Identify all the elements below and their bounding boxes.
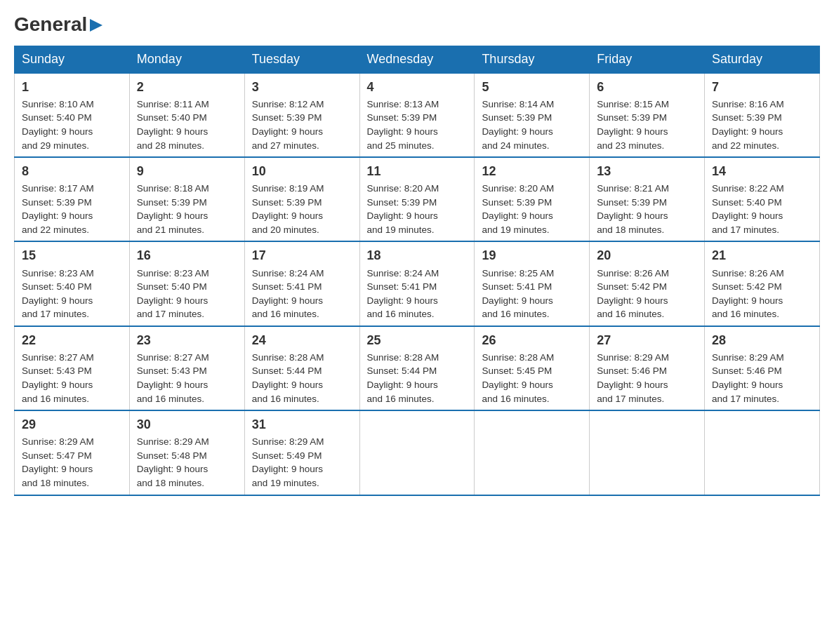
calendar-day-2: 2Sunrise: 8:11 AMSunset: 5:40 PMDaylight…	[129, 73, 244, 157]
calendar-day-16: 16Sunrise: 8:23 AMSunset: 5:40 PMDayligh…	[129, 241, 244, 326]
svg-marker-0	[90, 19, 102, 32]
day-number: 28	[712, 331, 812, 349]
calendar-empty-cell	[359, 410, 475, 495]
day-info: Sunrise: 8:29 AMSunset: 5:46 PMDaylight:…	[712, 352, 784, 404]
day-info: Sunrise: 8:11 AMSunset: 5:40 PMDaylight:…	[137, 99, 209, 151]
day-info: Sunrise: 8:20 AMSunset: 5:39 PMDaylight:…	[482, 183, 554, 235]
day-number: 1	[22, 78, 122, 96]
day-number: 13	[597, 162, 697, 180]
calendar-day-24: 24Sunrise: 8:28 AMSunset: 5:44 PMDayligh…	[244, 326, 359, 410]
calendar-day-20: 20Sunrise: 8:26 AMSunset: 5:42 PMDayligh…	[590, 241, 705, 326]
calendar-day-12: 12Sunrise: 8:20 AMSunset: 5:39 PMDayligh…	[475, 157, 590, 241]
calendar-day-14: 14Sunrise: 8:22 AMSunset: 5:40 PMDayligh…	[705, 157, 820, 241]
calendar-day-7: 7Sunrise: 8:16 AMSunset: 5:39 PMDaylight…	[705, 73, 820, 157]
day-number: 19	[482, 246, 582, 264]
day-info: Sunrise: 8:21 AMSunset: 5:39 PMDaylight:…	[597, 183, 669, 235]
day-number: 24	[252, 331, 352, 349]
day-info: Sunrise: 8:20 AMSunset: 5:39 PMDaylight:…	[367, 183, 439, 235]
day-number: 9	[137, 162, 237, 180]
day-number: 15	[22, 246, 122, 264]
weekday-header-saturday: Saturday	[705, 46, 820, 73]
calendar-day-15: 15Sunrise: 8:23 AMSunset: 5:40 PMDayligh…	[15, 241, 130, 326]
day-info: Sunrise: 8:15 AMSunset: 5:39 PMDaylight:…	[597, 99, 669, 151]
day-info: Sunrise: 8:23 AMSunset: 5:40 PMDaylight:…	[137, 268, 209, 320]
day-number: 3	[252, 78, 352, 96]
day-number: 11	[367, 162, 468, 180]
day-info: Sunrise: 8:28 AMSunset: 5:44 PMDaylight:…	[252, 352, 324, 404]
day-number: 31	[252, 415, 352, 434]
day-info: Sunrise: 8:12 AMSunset: 5:39 PMDaylight:…	[252, 99, 324, 151]
calendar-week-4: 22Sunrise: 8:27 AMSunset: 5:43 PMDayligh…	[15, 326, 820, 410]
weekday-header-sunday: Sunday	[15, 46, 130, 73]
day-info: Sunrise: 8:28 AMSunset: 5:45 PMDaylight:…	[482, 352, 554, 404]
day-number: 22	[22, 331, 122, 349]
calendar-day-6: 6Sunrise: 8:15 AMSunset: 5:39 PMDaylight…	[590, 73, 705, 157]
weekday-header-friday: Friday	[590, 46, 705, 73]
day-info: Sunrise: 8:27 AMSunset: 5:43 PMDaylight:…	[137, 352, 209, 404]
weekday-header-monday: Monday	[129, 46, 244, 73]
logo-arrow-icon	[88, 18, 104, 33]
day-number: 7	[712, 78, 812, 96]
day-number: 18	[367, 246, 468, 264]
calendar-empty-cell	[475, 410, 590, 495]
day-number: 29	[22, 415, 122, 434]
day-info: Sunrise: 8:14 AMSunset: 5:39 PMDaylight:…	[482, 99, 554, 151]
day-number: 10	[252, 162, 352, 180]
day-number: 2	[137, 78, 237, 96]
day-number: 6	[597, 78, 697, 96]
day-info: Sunrise: 8:27 AMSunset: 5:43 PMDaylight:…	[22, 352, 94, 404]
day-info: Sunrise: 8:25 AMSunset: 5:41 PMDaylight:…	[482, 268, 554, 320]
calendar-day-25: 25Sunrise: 8:28 AMSunset: 5:44 PMDayligh…	[359, 326, 475, 410]
calendar-day-5: 5Sunrise: 8:14 AMSunset: 5:39 PMDaylight…	[475, 73, 590, 157]
calendar-day-11: 11Sunrise: 8:20 AMSunset: 5:39 PMDayligh…	[359, 157, 475, 241]
day-number: 21	[712, 246, 812, 264]
weekday-header-wednesday: Wednesday	[359, 46, 475, 73]
calendar-day-8: 8Sunrise: 8:17 AMSunset: 5:39 PMDaylight…	[15, 157, 130, 241]
day-info: Sunrise: 8:19 AMSunset: 5:39 PMDaylight:…	[252, 183, 324, 235]
calendar-day-13: 13Sunrise: 8:21 AMSunset: 5:39 PMDayligh…	[590, 157, 705, 241]
day-info: Sunrise: 8:26 AMSunset: 5:42 PMDaylight:…	[597, 268, 669, 320]
day-info: Sunrise: 8:18 AMSunset: 5:39 PMDaylight:…	[137, 183, 209, 235]
day-number: 26	[482, 331, 582, 349]
calendar-empty-cell	[590, 410, 705, 495]
day-number: 8	[22, 162, 122, 180]
calendar-table: SundayMondayTuesdayWednesdayThursdayFrid…	[14, 46, 820, 496]
logo: General	[14, 14, 104, 33]
day-info: Sunrise: 8:16 AMSunset: 5:39 PMDaylight:…	[712, 99, 784, 151]
calendar-day-4: 4Sunrise: 8:13 AMSunset: 5:39 PMDaylight…	[359, 73, 475, 157]
day-info: Sunrise: 8:29 AMSunset: 5:46 PMDaylight:…	[597, 352, 669, 404]
day-number: 27	[597, 331, 697, 349]
calendar-day-3: 3Sunrise: 8:12 AMSunset: 5:39 PMDaylight…	[244, 73, 359, 157]
calendar-empty-cell	[705, 410, 820, 495]
day-info: Sunrise: 8:24 AMSunset: 5:41 PMDaylight:…	[367, 268, 439, 320]
calendar-week-1: 1Sunrise: 8:10 AMSunset: 5:40 PMDaylight…	[15, 73, 820, 157]
calendar-day-22: 22Sunrise: 8:27 AMSunset: 5:43 PMDayligh…	[15, 326, 130, 410]
calendar-day-30: 30Sunrise: 8:29 AMSunset: 5:48 PMDayligh…	[129, 410, 244, 495]
calendar-day-23: 23Sunrise: 8:27 AMSunset: 5:43 PMDayligh…	[129, 326, 244, 410]
weekday-header-row: SundayMondayTuesdayWednesdayThursdayFrid…	[15, 46, 820, 73]
day-number: 5	[482, 78, 582, 96]
calendar-day-9: 9Sunrise: 8:18 AMSunset: 5:39 PMDaylight…	[129, 157, 244, 241]
calendar-day-1: 1Sunrise: 8:10 AMSunset: 5:40 PMDaylight…	[15, 73, 130, 157]
day-number: 14	[712, 162, 812, 180]
day-info: Sunrise: 8:22 AMSunset: 5:40 PMDaylight:…	[712, 183, 784, 235]
calendar-day-27: 27Sunrise: 8:29 AMSunset: 5:46 PMDayligh…	[590, 326, 705, 410]
calendar-day-19: 19Sunrise: 8:25 AMSunset: 5:41 PMDayligh…	[475, 241, 590, 326]
calendar-day-10: 10Sunrise: 8:19 AMSunset: 5:39 PMDayligh…	[244, 157, 359, 241]
day-info: Sunrise: 8:26 AMSunset: 5:42 PMDaylight:…	[712, 268, 784, 320]
day-info: Sunrise: 8:17 AMSunset: 5:39 PMDaylight:…	[22, 183, 94, 235]
day-number: 17	[252, 246, 352, 264]
weekday-header-thursday: Thursday	[475, 46, 590, 73]
day-number: 30	[137, 415, 237, 434]
calendar-day-28: 28Sunrise: 8:29 AMSunset: 5:46 PMDayligh…	[705, 326, 820, 410]
day-number: 20	[597, 246, 697, 264]
logo-text-general: General	[14, 14, 87, 36]
day-number: 16	[137, 246, 237, 264]
day-info: Sunrise: 8:29 AMSunset: 5:48 PMDaylight:…	[137, 436, 209, 488]
day-info: Sunrise: 8:28 AMSunset: 5:44 PMDaylight:…	[367, 352, 439, 404]
day-number: 23	[137, 331, 237, 349]
day-info: Sunrise: 8:10 AMSunset: 5:40 PMDaylight:…	[22, 99, 94, 151]
calendar-day-18: 18Sunrise: 8:24 AMSunset: 5:41 PMDayligh…	[359, 241, 475, 326]
calendar-week-3: 15Sunrise: 8:23 AMSunset: 5:40 PMDayligh…	[15, 241, 820, 326]
day-number: 12	[482, 162, 582, 180]
